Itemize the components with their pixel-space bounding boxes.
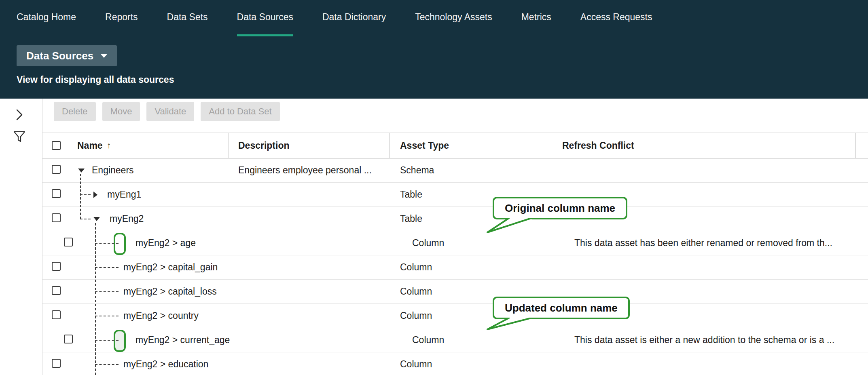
asset-name: myEng2 > country — [123, 310, 199, 321]
view-description: View for displaying all data sources — [17, 74, 868, 85]
column-header-refresh-conflict[interactable]: Refresh Conflict — [554, 133, 856, 158]
column-header-label: Asset Type — [400, 140, 449, 151]
table-header-row: Name ↑ Description Asset Type Refresh Co… — [42, 133, 868, 158]
nav-item-reports[interactable]: Reports — [105, 0, 138, 36]
expand-triangle-icon[interactable] — [93, 192, 97, 198]
asset-type: Table — [400, 213, 422, 224]
collapse-triangle-icon[interactable] — [78, 169, 85, 173]
left-rail — [0, 99, 42, 375]
annotation-text: Updated column name — [505, 302, 618, 314]
table-row-engineers[interactable]: Engineers Engineers employee personal ..… — [42, 158, 868, 183]
table-row-myeng2-capital-gain[interactable]: myEng2 > capital_gain Column — [42, 255, 868, 280]
nav-label: Data Sets — [167, 12, 208, 23]
nav-item-data-sets[interactable]: Data Sets — [167, 0, 208, 36]
table-row-myeng1[interactable]: myEng1 Table — [42, 183, 868, 207]
nav-item-metrics[interactable]: Metrics — [521, 0, 551, 36]
add-to-data-set-button[interactable]: Add to Data Set — [201, 102, 279, 121]
asset-type: Column — [400, 359, 432, 369]
collapse-triangle-icon[interactable] — [93, 217, 100, 221]
asset-type: Column — [412, 238, 444, 248]
asset-type: Column — [400, 310, 432, 321]
nav-label: Catalog Home — [17, 12, 76, 23]
asset-name: myEng2 > education — [123, 359, 208, 370]
nav-label: Data Sources — [237, 12, 293, 23]
move-button[interactable]: Move — [102, 102, 140, 121]
column-header-asset-type[interactable]: Asset Type — [390, 133, 554, 158]
filter-funnel-icon[interactable] — [13, 130, 26, 145]
bulk-action-toolbar: Delete Move Validate Add to Data Set — [42, 99, 868, 133]
row-checkbox[interactable] — [52, 262, 61, 271]
row-checkbox[interactable] — [52, 213, 61, 222]
asset-name: myEng2 > capital_loss — [123, 286, 217, 297]
top-navigation: Catalog Home Reports Data Sets Data Sour… — [0, 0, 868, 36]
sort-ascending-icon: ↑ — [107, 141, 111, 150]
expand-panel-chevron-icon[interactable] — [15, 108, 24, 123]
row-checkbox[interactable] — [52, 165, 61, 174]
table-row-myeng2-current-age[interactable]: myEng2 > current_age Column This data as… — [42, 328, 868, 352]
row-checkbox[interactable] — [64, 335, 73, 343]
view-selector-button[interactable]: Data Sources — [17, 45, 117, 66]
table-row-myeng2[interactable]: myEng2 Table — [42, 207, 868, 231]
column-header-label: Name — [77, 140, 103, 151]
caret-down-icon — [101, 54, 107, 58]
annotation-callout-original: Original column name — [493, 197, 627, 219]
view-selector-label: Data Sources — [26, 50, 93, 62]
asset-name: myEng2 — [110, 213, 144, 224]
table-body: Engineers Engineers employee personal ..… — [42, 158, 868, 375]
main-area: Delete Move Validate Add to Data Set Nam… — [0, 99, 868, 375]
asset-type: Table — [400, 189, 422, 200]
asset-type: Column — [400, 262, 432, 272]
column-header-label: Refresh Conflict — [562, 140, 634, 151]
asset-name: myEng1 — [107, 189, 141, 200]
annotation-callout-updated: Updated column name — [493, 297, 630, 319]
nav-item-catalog-home[interactable]: Catalog Home — [17, 0, 76, 36]
select-all-checkbox[interactable] — [52, 141, 61, 150]
asset-name: myEng2 > age — [135, 238, 196, 249]
asset-name: myEng2 > current_age — [135, 335, 230, 346]
column-header-description[interactable]: Description — [229, 133, 390, 158]
table-row-myeng2-country[interactable]: myEng2 > country Column — [42, 304, 868, 328]
row-checkbox[interactable] — [52, 310, 61, 319]
nav-item-technology-assets[interactable]: Technology Assets — [415, 0, 492, 36]
nav-label: Reports — [105, 12, 138, 23]
asset-description: Engineers employee personal ... — [238, 165, 372, 175]
asset-name: Engineers — [92, 165, 134, 176]
column-header-name[interactable]: Name ↑ — [72, 133, 229, 158]
nav-label: Technology Assets — [415, 12, 492, 23]
refresh-conflict-text: This data asset has been either renamed … — [574, 238, 832, 248]
refresh-conflict-text: This data asset is either a new addition… — [574, 335, 834, 345]
table-row-myeng2-age[interactable]: myEng2 > age Column This data asset has … — [42, 231, 868, 255]
row-checkbox[interactable] — [64, 238, 73, 246]
nav-label: Metrics — [521, 12, 551, 23]
row-checkbox[interactable] — [52, 189, 61, 198]
column-header-label: Description — [238, 140, 290, 151]
asset-name: myEng2 > capital_gain — [123, 262, 218, 273]
row-checkbox[interactable] — [52, 359, 61, 368]
asset-type: Column — [400, 286, 432, 297]
nav-item-data-dictionary[interactable]: Data Dictionary — [322, 0, 386, 36]
row-checkbox[interactable] — [52, 286, 61, 295]
delete-button[interactable]: Delete — [54, 102, 96, 121]
page-header: Data Sources View for displaying all dat… — [0, 36, 868, 99]
asset-type: Column — [412, 335, 444, 345]
nav-item-access-requests[interactable]: Access Requests — [580, 0, 652, 36]
data-sources-table-section: Delete Move Validate Add to Data Set Nam… — [42, 99, 868, 375]
nav-label: Access Requests — [580, 12, 652, 23]
nav-item-data-sources[interactable]: Data Sources — [237, 0, 293, 36]
annotation-text: Original column name — [505, 202, 615, 215]
table-row-myeng2-education[interactable]: myEng2 > education Column — [42, 352, 868, 375]
validate-button[interactable]: Validate — [146, 102, 194, 121]
nav-label: Data Dictionary — [322, 12, 386, 23]
table-row-myeng2-capital-loss[interactable]: myEng2 > capital_loss Column — [42, 280, 868, 304]
asset-type: Schema — [400, 165, 434, 175]
